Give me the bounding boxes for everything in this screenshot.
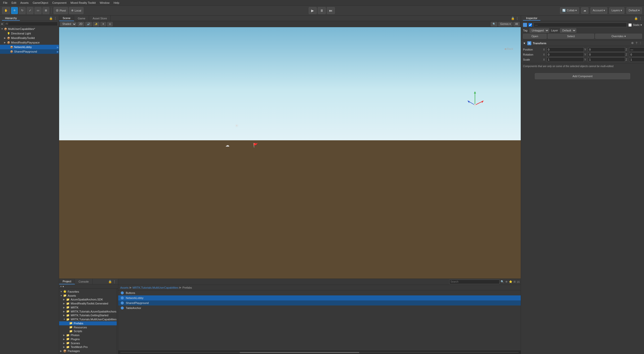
mrtk-getting-item[interactable]: ▶ 📁 MRTK.Tutorials.GettingStarted <box>59 314 117 318</box>
packages-item[interactable]: ▶ 📦 Packages <box>59 349 117 353</box>
rot-x-input[interactable] <box>547 52 584 57</box>
prefabs-item[interactable]: 📁 Prefabs <box>59 321 117 325</box>
project-search-input[interactable] <box>449 280 500 284</box>
effects-btn[interactable]: ✨ <box>93 22 99 26</box>
hierarchy-tab[interactable]: Hierarchy <box>2 16 20 21</box>
scene-menu-icon[interactable]: ⋮ <box>516 17 519 20</box>
scene-lock-icon[interactable]: 🔒 <box>511 17 515 20</box>
shading-select[interactable]: Shaded <box>60 22 76 26</box>
scene-icons-btn[interactable]: ☀ <box>100 22 106 26</box>
project-tab[interactable]: Project <box>59 279 75 284</box>
scene-search-btn[interactable]: 🔍 <box>491 22 497 26</box>
tree-item-networklobby[interactable]: 📦 NetworkLobby ▶ <box>0 45 59 49</box>
bookmark-icon[interactable]: ⭐ <box>509 280 512 283</box>
menu-gameobject[interactable]: GameObject <box>31 1 50 5</box>
tree-item-mrtk[interactable]: ▶ 📦 MixedRealityToolkit <box>0 36 59 40</box>
inspector-menu-icon[interactable]: ⋮ <box>639 17 642 20</box>
rot-z-input[interactable] <box>629 52 644 57</box>
gizmos-btn[interactable]: Gizmos ▾ <box>498 22 512 26</box>
menu-assets[interactable]: Assets <box>18 1 31 5</box>
breadcrumb-mrtk[interactable]: MRTK.Tutorials.MultiUserCapabilities <box>133 286 178 289</box>
pos-y-input[interactable] <box>588 47 625 52</box>
transform-help-icon[interactable]: ? <box>636 41 637 45</box>
favorites-item[interactable]: ▼ ⭐ Favorites <box>59 290 117 294</box>
game-tab[interactable]: Game <box>74 16 89 21</box>
2d-btn[interactable]: 2D <box>77 22 84 26</box>
overrides-button[interactable]: Overrides ▾ <box>595 34 642 39</box>
all-btn[interactable]: All <box>513 22 520 26</box>
transform-settings-icon[interactable]: ⚙ <box>631 41 634 45</box>
play-button[interactable]: ▶ <box>309 7 317 14</box>
tree-item-sharedplayground[interactable]: 📦 SharedPlayground ▶ <box>0 49 59 54</box>
collab-button[interactable]: 🔄 Collab ▾ <box>560 7 579 14</box>
file-scrollbar[interactable] <box>118 350 521 354</box>
plugins-item[interactable]: ▶ 📁 Plugins <box>59 337 117 341</box>
hierarchy-menu-icon[interactable]: ⋮ <box>54 17 57 20</box>
hand-tool[interactable]: ✋ <box>2 7 10 14</box>
grid-icon[interactable]: ⊞ <box>513 280 516 283</box>
transform-header[interactable]: ▼ ⊞ Transform ⚙ ? ⋮ <box>521 40 644 46</box>
scale-z-input[interactable] <box>629 57 644 62</box>
azure-item[interactable]: ▶ 📁 AzureSpatialAnchors.SDK <box>59 298 117 302</box>
account-button[interactable]: Account ▾ <box>590 7 607 14</box>
assets-item[interactable]: ▼ 📁 Assets <box>59 294 117 298</box>
scale-tool[interactable]: ⤢ <box>27 7 33 14</box>
layers-button[interactable]: Layers ▾ <box>609 7 624 14</box>
photon-item[interactable]: ▶ 📁 Photon <box>59 333 117 337</box>
pos-x-input[interactable] <box>547 47 584 52</box>
mrtk-generated-item[interactable]: ▶ 📁 MixedRealityToolkit.Generated <box>59 301 117 305</box>
select-button[interactable]: Select <box>548 34 594 39</box>
scale-x-input[interactable] <box>547 57 584 62</box>
menu-component[interactable]: Component <box>50 1 68 5</box>
menu-edit[interactable]: Edit <box>10 1 18 5</box>
mrtk-multi-item[interactable]: ▼ 📁 MRTK.Tutorials.MultiUserCapabilities <box>59 317 117 321</box>
obj-name-input[interactable] <box>534 23 627 27</box>
hierarchy-lock-icon[interactable]: 🔒 <box>49 17 53 20</box>
menu-window[interactable]: Window <box>98 1 111 5</box>
tag-select[interactable]: Untagged <box>530 28 549 33</box>
eyedropper-icon[interactable]: 👁 <box>505 280 508 283</box>
file-sharedplayground[interactable]: SharedPlayground <box>118 300 521 305</box>
scale-y-input[interactable] <box>588 57 625 62</box>
add-component-button[interactable]: Add Component <box>535 73 630 79</box>
scene-viewport[interactable]: ☀ ☁ 🚩 <box>59 27 521 279</box>
scene-tab[interactable]: Scene <box>59 16 74 21</box>
inspector-static[interactable]: Static ▾ <box>628 23 642 27</box>
back-button[interactable]: ◀ Back <box>504 47 513 51</box>
project-lock-icon[interactable]: 🔒 <box>108 280 112 283</box>
audio-btn[interactable]: 🔊 <box>85 22 92 26</box>
project-menu-btn[interactable]: ▾ <box>63 285 64 288</box>
default-layout-button[interactable]: Default ▾ <box>626 7 642 14</box>
project-add-btn[interactable]: + <box>60 285 62 288</box>
inspector-tab[interactable]: Inspector <box>523 16 540 21</box>
project-menu-icon[interactable]: ⋮ <box>113 280 116 283</box>
console-tab[interactable]: Console <box>75 279 92 284</box>
hierarchy-search-input[interactable] <box>4 22 58 26</box>
pos-z-input[interactable] <box>629 47 644 52</box>
inspector-lock-icon[interactable]: 🔒 <box>634 17 638 20</box>
obj-active-checkbox[interactable] <box>529 23 532 27</box>
rotate-tool[interactable]: ↻ <box>19 7 26 14</box>
file-tableanchor[interactable]: TableAnchor <box>118 305 521 311</box>
pivot-btn[interactable]: ⦿ Pivot <box>54 7 68 14</box>
mrtk-item[interactable]: ▶ 📁 MRTK <box>59 305 117 309</box>
textmesh-item[interactable]: ▶ 📁 TextMesh Pro <box>59 345 117 349</box>
file-networklobby[interactable]: NetworkLobby <box>118 295 521 300</box>
transform-tool[interactable]: ⊞ <box>43 7 49 14</box>
resources-item[interactable]: 📁 Resources <box>59 325 117 329</box>
static-checkbox[interactable] <box>628 23 632 27</box>
transform-menu-icon[interactable]: ⋮ <box>639 41 642 45</box>
menu-mrtk[interactable]: Mixed Reality Toolkit <box>68 1 98 5</box>
move-tool[interactable]: ✛ <box>11 7 18 14</box>
scene-filter-btn[interactable]: ⊙ <box>107 22 113 26</box>
file-buttons[interactable]: Buttons <box>118 290 521 295</box>
tree-item-root[interactable]: ▼ 📦 MultiUserCapabilities* <box>0 27 59 31</box>
tree-item-playspace[interactable]: ▶ 📦 MixedRealityPlayspace <box>0 40 59 45</box>
open-button[interactable]: Open <box>523 34 547 39</box>
step-button[interactable]: ⏭ <box>327 7 335 14</box>
menu-file[interactable]: File <box>1 1 10 5</box>
asset-store-tab[interactable]: Asset Store <box>89 16 111 21</box>
tree-item-dirlight[interactable]: 💡 Directional Light <box>0 31 59 36</box>
rot-y-input[interactable] <box>588 52 625 57</box>
pause-button[interactable]: ⏸ <box>318 7 326 14</box>
